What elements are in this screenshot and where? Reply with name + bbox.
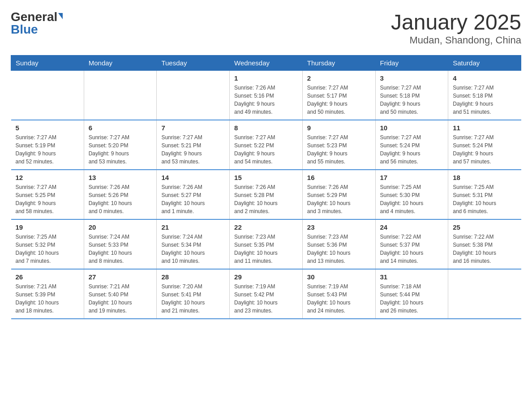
calendar-day-cell: 26Sunrise: 7:21 AM Sunset: 5:39 PM Dayli…	[11, 269, 84, 319]
weekday-header-row: SundayMondayTuesdayWednesdayThursdayFrid…	[11, 55, 521, 70]
calendar-table: SundayMondayTuesdayWednesdayThursdayFrid…	[11, 55, 521, 319]
day-number: 13	[89, 174, 152, 181]
calendar-body: 1Sunrise: 7:26 AM Sunset: 5:16 PM Daylig…	[11, 70, 521, 319]
day-info-text: Sunrise: 7:20 AM Sunset: 5:41 PM Dayligh…	[161, 283, 225, 315]
day-number: 31	[380, 273, 444, 281]
calendar-day-cell: 3Sunrise: 7:27 AM Sunset: 5:18 PM Daylig…	[375, 70, 448, 120]
day-number: 11	[453, 124, 516, 132]
day-number: 6	[89, 124, 152, 132]
calendar-empty-cell	[84, 70, 157, 120]
day-info-text: Sunrise: 7:23 AM Sunset: 5:36 PM Dayligh…	[307, 233, 371, 265]
calendar-day-cell: 31Sunrise: 7:18 AM Sunset: 5:44 PM Dayli…	[375, 269, 448, 319]
day-info-text: Sunrise: 7:26 AM Sunset: 5:27 PM Dayligh…	[161, 183, 225, 215]
weekday-header-wednesday: Wednesday	[230, 55, 303, 70]
calendar-header: SundayMondayTuesdayWednesdayThursdayFrid…	[11, 55, 521, 70]
calendar-day-cell: 18Sunrise: 7:25 AM Sunset: 5:31 PM Dayli…	[448, 170, 521, 219]
calendar-day-cell: 4Sunrise: 7:27 AM Sunset: 5:18 PM Daylig…	[448, 70, 521, 120]
calendar-day-cell: 6Sunrise: 7:27 AM Sunset: 5:20 PM Daylig…	[84, 120, 157, 170]
day-info-text: Sunrise: 7:26 AM Sunset: 5:28 PM Dayligh…	[234, 183, 298, 215]
calendar-day-cell: 5Sunrise: 7:27 AM Sunset: 5:19 PM Daylig…	[11, 120, 84, 170]
calendar-day-cell: 1Sunrise: 7:26 AM Sunset: 5:16 PM Daylig…	[230, 70, 303, 120]
day-number: 22	[234, 223, 298, 231]
logo-general-text: General	[11, 11, 57, 23]
day-info-text: Sunrise: 7:27 AM Sunset: 5:17 PM Dayligh…	[307, 84, 371, 116]
calendar-day-cell: 15Sunrise: 7:26 AM Sunset: 5:28 PM Dayli…	[230, 170, 303, 219]
day-info-text: Sunrise: 7:18 AM Sunset: 5:44 PM Dayligh…	[380, 283, 444, 315]
day-info-text: Sunrise: 7:22 AM Sunset: 5:38 PM Dayligh…	[453, 233, 516, 265]
day-info-text: Sunrise: 7:19 AM Sunset: 5:43 PM Dayligh…	[307, 283, 371, 315]
day-info-text: Sunrise: 7:27 AM Sunset: 5:23 PM Dayligh…	[307, 133, 371, 166]
calendar-day-cell: 7Sunrise: 7:27 AM Sunset: 5:21 PM Daylig…	[157, 120, 230, 170]
calendar-day-cell: 28Sunrise: 7:20 AM Sunset: 5:41 PM Dayli…	[157, 269, 230, 319]
day-info-text: Sunrise: 7:25 AM Sunset: 5:32 PM Dayligh…	[16, 233, 79, 265]
day-info-text: Sunrise: 7:25 AM Sunset: 5:30 PM Dayligh…	[380, 183, 444, 215]
day-info-text: Sunrise: 7:27 AM Sunset: 5:20 PM Dayligh…	[89, 133, 152, 166]
calendar-day-cell: 22Sunrise: 7:23 AM Sunset: 5:35 PM Dayli…	[230, 219, 303, 269]
calendar-day-cell: 21Sunrise: 7:24 AM Sunset: 5:34 PM Dayli…	[157, 219, 230, 269]
calendar-day-cell: 30Sunrise: 7:19 AM Sunset: 5:43 PM Dayli…	[302, 269, 375, 319]
day-number: 7	[161, 124, 225, 132]
calendar-day-cell: 27Sunrise: 7:21 AM Sunset: 5:40 PM Dayli…	[84, 269, 157, 319]
day-number: 24	[380, 223, 444, 231]
calendar-day-cell: 25Sunrise: 7:22 AM Sunset: 5:38 PM Dayli…	[448, 219, 521, 269]
day-number: 29	[234, 273, 298, 281]
day-number: 16	[307, 174, 371, 181]
day-info-text: Sunrise: 7:24 AM Sunset: 5:34 PM Dayligh…	[161, 233, 225, 265]
weekday-header-thursday: Thursday	[302, 55, 375, 70]
page-header: General Blue January 2025 Mudan, Shandon…	[11, 11, 521, 46]
day-info-text: Sunrise: 7:25 AM Sunset: 5:31 PM Dayligh…	[453, 183, 516, 215]
day-number: 12	[16, 174, 79, 181]
calendar-day-cell: 12Sunrise: 7:27 AM Sunset: 5:25 PM Dayli…	[11, 170, 84, 219]
day-number: 17	[380, 174, 444, 181]
calendar-day-cell: 2Sunrise: 7:27 AM Sunset: 5:17 PM Daylig…	[302, 70, 375, 120]
calendar-day-cell: 29Sunrise: 7:19 AM Sunset: 5:42 PM Dayli…	[230, 269, 303, 319]
day-number: 25	[453, 223, 516, 231]
day-number: 19	[16, 223, 79, 231]
day-number: 5	[16, 124, 79, 132]
day-number: 3	[380, 74, 444, 82]
calendar-day-cell: 23Sunrise: 7:23 AM Sunset: 5:36 PM Dayli…	[302, 219, 375, 269]
weekday-header-monday: Monday	[84, 55, 157, 70]
day-info-text: Sunrise: 7:27 AM Sunset: 5:22 PM Dayligh…	[234, 133, 298, 166]
day-info-text: Sunrise: 7:21 AM Sunset: 5:39 PM Dayligh…	[16, 283, 79, 315]
weekday-header-saturday: Saturday	[448, 55, 521, 70]
day-number: 2	[307, 74, 371, 82]
calendar-empty-cell	[11, 70, 84, 120]
day-number: 20	[89, 223, 152, 231]
day-info-text: Sunrise: 7:26 AM Sunset: 5:29 PM Dayligh…	[307, 183, 371, 215]
logo-arrow-icon	[58, 13, 63, 19]
calendar-day-cell: 9Sunrise: 7:27 AM Sunset: 5:23 PM Daylig…	[302, 120, 375, 170]
day-number: 8	[234, 124, 298, 132]
day-info-text: Sunrise: 7:27 AM Sunset: 5:19 PM Dayligh…	[16, 133, 79, 166]
calendar-day-cell: 20Sunrise: 7:24 AM Sunset: 5:33 PM Dayli…	[84, 219, 157, 269]
day-number: 28	[161, 273, 225, 281]
weekday-header-tuesday: Tuesday	[157, 55, 230, 70]
calendar-week-row: 5Sunrise: 7:27 AM Sunset: 5:19 PM Daylig…	[11, 120, 521, 170]
day-number: 10	[380, 124, 444, 132]
day-number: 15	[234, 174, 298, 181]
logo-blue-text: Blue	[11, 23, 38, 36]
day-number: 14	[161, 174, 225, 181]
day-info-text: Sunrise: 7:27 AM Sunset: 5:18 PM Dayligh…	[380, 84, 444, 116]
day-info-text: Sunrise: 7:24 AM Sunset: 5:33 PM Dayligh…	[89, 233, 152, 265]
day-info-text: Sunrise: 7:27 AM Sunset: 5:24 PM Dayligh…	[453, 133, 516, 166]
day-info-text: Sunrise: 7:27 AM Sunset: 5:24 PM Dayligh…	[380, 133, 444, 166]
day-number: 23	[307, 223, 371, 231]
calendar-title: January 2025	[391, 11, 521, 34]
weekday-header-sunday: Sunday	[11, 55, 84, 70]
calendar-week-row: 12Sunrise: 7:27 AM Sunset: 5:25 PM Dayli…	[11, 170, 521, 219]
day-info-text: Sunrise: 7:21 AM Sunset: 5:40 PM Dayligh…	[89, 283, 152, 315]
day-info-text: Sunrise: 7:27 AM Sunset: 5:25 PM Dayligh…	[16, 183, 79, 215]
day-number: 21	[161, 223, 225, 231]
day-number: 1	[234, 74, 298, 82]
title-block: January 2025 Mudan, Shandong, China	[391, 11, 521, 46]
calendar-day-cell: 24Sunrise: 7:22 AM Sunset: 5:37 PM Dayli…	[375, 219, 448, 269]
day-number: 18	[453, 174, 516, 181]
calendar-day-cell: 14Sunrise: 7:26 AM Sunset: 5:27 PM Dayli…	[157, 170, 230, 219]
calendar-day-cell: 11Sunrise: 7:27 AM Sunset: 5:24 PM Dayli…	[448, 120, 521, 170]
day-info-text: Sunrise: 7:27 AM Sunset: 5:21 PM Dayligh…	[161, 133, 225, 166]
calendar-day-cell: 17Sunrise: 7:25 AM Sunset: 5:30 PM Dayli…	[375, 170, 448, 219]
calendar-week-row: 19Sunrise: 7:25 AM Sunset: 5:32 PM Dayli…	[11, 219, 521, 269]
day-info-text: Sunrise: 7:19 AM Sunset: 5:42 PM Dayligh…	[234, 283, 298, 315]
day-number: 27	[89, 273, 152, 281]
